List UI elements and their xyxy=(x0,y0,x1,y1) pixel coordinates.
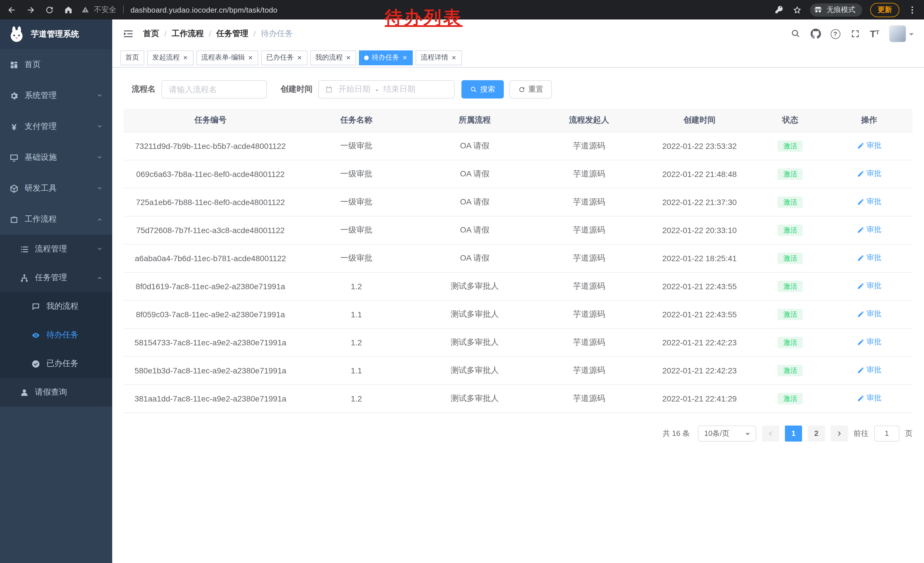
close-icon[interactable]: × xyxy=(451,54,456,61)
tab-todo-tasks[interactable]: 待办任务 × xyxy=(359,50,413,65)
back-icon[interactable] xyxy=(7,5,16,15)
sidebar-item-task-management[interactable]: 任务管理 xyxy=(0,263,112,292)
table-row: 580e1b3d-7ac8-11ec-a9e2-a2380e71991a 1.1… xyxy=(124,356,912,384)
page-size-select[interactable]: 10条/页 xyxy=(698,425,756,441)
breadcrumb-task-management[interactable]: 任务管理 xyxy=(216,29,249,39)
process-name-input[interactable] xyxy=(162,80,267,99)
page-button-1[interactable]: 1 xyxy=(785,425,802,441)
cell-process: OA 请假 xyxy=(416,216,534,244)
sidebar-item-system[interactable]: 系统管理 xyxy=(0,80,112,111)
close-icon[interactable]: × xyxy=(297,54,302,61)
tab-form-edit[interactable]: 流程表单-编辑 × xyxy=(196,50,258,65)
approve-link[interactable]: 审批 xyxy=(857,225,881,235)
cell-initiator: 芋道源码 xyxy=(534,356,644,384)
app-shell: 芋道管理系统 首页 系统管理 ¥ 支付管理 xyxy=(0,20,924,563)
status-badge: 激活 xyxy=(778,168,803,180)
tab-start-process[interactable]: 发起流程 × xyxy=(147,50,193,65)
address-separator xyxy=(123,6,124,14)
sidebar-item-todo-tasks[interactable]: 待办任务 xyxy=(0,321,112,349)
approve-link[interactable]: 审批 xyxy=(857,365,881,375)
github-icon[interactable] xyxy=(810,29,820,39)
tab-home[interactable]: 首页 xyxy=(120,50,144,65)
cell-task-id: a6aba0a4-7b6d-11ec-b781-acde48001122 xyxy=(124,244,297,272)
reset-button[interactable]: 重置 xyxy=(510,80,552,99)
update-button[interactable]: 更新 xyxy=(870,3,899,17)
incognito-label: 无痕模式 xyxy=(826,5,855,15)
page-button-2[interactable]: 2 xyxy=(808,425,825,441)
tags-view-bar: 首页 发起流程 × 流程表单-编辑 × 已办任务 × 我的流程 × xyxy=(112,48,924,68)
cell-initiator: 芋道源码 xyxy=(534,216,644,244)
cell-status: 激活 xyxy=(755,356,826,384)
chevron-up-icon xyxy=(96,216,103,223)
search-icon[interactable] xyxy=(790,29,801,39)
prev-page-button[interactable] xyxy=(762,425,779,441)
cell-created: 2022-01-21 22:42:23 xyxy=(644,328,755,356)
sidebar-item-label: 流程管理 xyxy=(35,244,67,254)
approve-link[interactable]: 审批 xyxy=(857,141,881,151)
approve-link[interactable]: 审批 xyxy=(857,281,881,291)
avatar[interactable] xyxy=(889,25,906,42)
font-size-icon[interactable]: T T xyxy=(870,29,879,39)
forward-icon[interactable] xyxy=(26,5,36,15)
cell-status: 激活 xyxy=(755,188,826,216)
goto-page-input[interactable] xyxy=(874,425,899,441)
cell-task-name: 1.2 xyxy=(297,272,416,300)
sidebar-item-my-processes[interactable]: 我的流程 xyxy=(0,292,112,321)
table-row: a6aba0a4-7b6d-11ec-b781-acde48001122 一级审… xyxy=(124,244,912,272)
home-icon[interactable] xyxy=(63,5,73,15)
end-date-placeholder[interactable]: 结束日期 xyxy=(383,84,416,95)
chevron-down-icon xyxy=(96,246,103,252)
close-icon[interactable]: × xyxy=(402,54,408,61)
close-icon[interactable]: × xyxy=(346,54,351,61)
tab-done-tasks[interactable]: 已办任务 × xyxy=(261,50,307,65)
cell-actions: 审批 xyxy=(826,272,912,300)
reload-icon[interactable] xyxy=(45,5,54,15)
approve-link[interactable]: 审批 xyxy=(857,197,881,207)
bookmark-star-icon[interactable] xyxy=(792,5,802,15)
cube-icon xyxy=(9,183,19,193)
approve-link[interactable]: 审批 xyxy=(857,393,881,404)
close-icon[interactable]: × xyxy=(183,54,188,61)
start-date-placeholder[interactable]: 开始日期 xyxy=(338,84,370,95)
close-icon[interactable]: × xyxy=(248,54,253,61)
breadcrumb-workflow[interactable]: 工作流程 xyxy=(172,29,204,39)
approve-link[interactable]: 审批 xyxy=(857,169,881,179)
date-range-picker[interactable]: 开始日期 - 结束日期 xyxy=(318,80,454,99)
approve-link[interactable]: 审批 xyxy=(857,337,881,347)
sidebar-item-payment[interactable]: ¥ 支付管理 xyxy=(0,111,112,142)
breadcrumb-home[interactable]: 首页 xyxy=(143,29,159,39)
next-page-button[interactable] xyxy=(831,425,848,441)
sidebar-item-devtools[interactable]: 研发工具 xyxy=(0,173,112,204)
sidebar-item-infrastructure[interactable]: 基础设施 xyxy=(0,142,112,173)
cell-process: 测试多审批人 xyxy=(416,356,534,384)
user-menu[interactable] xyxy=(889,25,914,42)
rabbit-logo-icon xyxy=(8,26,25,43)
key-icon[interactable] xyxy=(775,5,784,15)
help-icon[interactable]: ? xyxy=(830,29,840,39)
sidebar-item-home[interactable]: 首页 xyxy=(0,49,112,80)
tab-process-detail[interactable]: 流程详情 × xyxy=(416,50,462,65)
sidebar-item-workflow[interactable]: 工作流程 xyxy=(0,204,112,235)
search-button[interactable]: 搜索 xyxy=(461,80,504,99)
table-row: 8f059c03-7ac8-11ec-a9e2-a2380e71991a 1.1… xyxy=(124,300,912,328)
table-row: 75d72608-7b7f-11ec-a3c8-acde48001122 一级审… xyxy=(124,216,912,244)
approve-link[interactable]: 审批 xyxy=(857,309,881,319)
sidebar-item-done-tasks[interactable]: 已办任务 xyxy=(0,349,112,378)
cell-initiator: 芋道源码 xyxy=(534,384,644,412)
cell-task-id: 73211d9d-7b9b-11ec-b5b7-acde48001122 xyxy=(124,132,297,160)
sidebar-collapse-icon[interactable] xyxy=(123,28,134,39)
fullscreen-icon[interactable] xyxy=(850,29,860,39)
app-logo[interactable]: 芋道管理系统 xyxy=(0,20,112,49)
cell-created: 2022-01-22 20:33:10 xyxy=(644,216,755,244)
table-row: 58154733-7ac8-11ec-a9e2-a2380e71991a 1.2… xyxy=(124,328,912,356)
pen-icon xyxy=(857,395,864,402)
browser-menu-icon[interactable] xyxy=(908,5,917,15)
approve-link[interactable]: 审批 xyxy=(857,253,881,263)
goto-suffix: 页 xyxy=(905,428,912,438)
sidebar-item-leave-query[interactable]: 请假查询 xyxy=(0,378,112,407)
cell-actions: 审批 xyxy=(826,188,912,216)
sidebar-item-process-management[interactable]: 流程管理 xyxy=(0,235,112,263)
cell-task-name: 1.2 xyxy=(297,384,416,412)
sidebar: 芋道管理系统 首页 系统管理 ¥ 支付管理 xyxy=(0,20,112,563)
tab-my-processes[interactable]: 我的流程 × xyxy=(310,50,356,65)
